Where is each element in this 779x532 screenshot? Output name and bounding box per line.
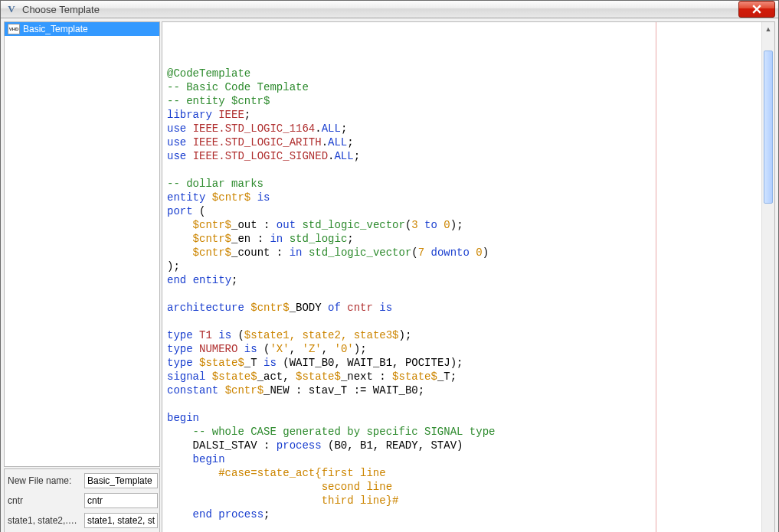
code-preview-panel: @CodeTemplate-- Basic Code Template-- en… [162, 21, 775, 532]
form-label: New File name: [5, 471, 81, 491]
code-line: -- whole CASE generated by specific SIGN… [167, 425, 757, 439]
app-icon: V [5, 3, 18, 15]
code-line: $cntr$_count : in std_logic_vector(7 dow… [167, 246, 757, 259]
form-input[interactable] [84, 513, 158, 528]
code-line: type T1 is ($state1, state2, state3$); [167, 328, 757, 342]
code-line: end process; [167, 508, 757, 521]
close-icon [752, 5, 761, 14]
content-area: VHDBasic_Template New File name:cntrstat… [1, 18, 778, 532]
form-input[interactable] [84, 493, 158, 508]
choose-template-window: V Choose Template VHDBasic_Template New … [0, 0, 779, 532]
template-list-item[interactable]: VHDBasic_Template [5, 22, 159, 36]
code-line [167, 315, 757, 328]
form-input[interactable] [84, 473, 158, 488]
window-title: Choose Template [22, 4, 100, 15]
code-line: third line}# [167, 494, 757, 508]
code-line [167, 163, 757, 177]
code-line: -- dollar marks [167, 177, 757, 191]
code-line: begin [167, 452, 757, 466]
code-line: use IEEE.STD_LOGIC_ARITH.ALL; [167, 135, 757, 149]
code-line: -- Basic Code Template [167, 80, 757, 94]
template-list[interactable]: VHDBasic_Template [4, 21, 160, 467]
code-line: DALSI_STAV : process (B0, B1, READY, STA… [167, 439, 757, 452]
titlebar[interactable]: V Choose Template [1, 1, 778, 18]
scroll-thumb[interactable] [764, 51, 773, 204]
form-label: cntr [5, 491, 81, 511]
code-line: type NUMERO is ('X', 'Z', '0'); [167, 342, 757, 356]
close-button[interactable] [738, 1, 775, 18]
vhd-file-icon: VHD [8, 24, 20, 34]
code-line: use IEEE.STD_LOGIC_SIGNED.ALL; [167, 149, 757, 163]
code-line: @CodeTemplate [167, 67, 757, 80]
form-label: state1, state2,..., stateN [5, 511, 81, 530]
code-line: $cntr$_en : in std_logic; [167, 232, 757, 246]
code-line [167, 397, 757, 411]
code-area[interactable]: @CodeTemplate-- Basic Code Template-- en… [162, 22, 761, 532]
code-line: #case=state_act{first line [167, 466, 757, 480]
template-label: Basic_Template [23, 24, 88, 34]
code-line: begin [167, 411, 757, 425]
scroll-up-arrow[interactable]: ▲ [762, 22, 774, 35]
code-line: end entity; [167, 273, 757, 287]
code-line [167, 287, 757, 301]
parameter-form: New File name:cntrstate1, state2,..., st… [4, 468, 160, 532]
code-line: constant $cntr$_NEW : stav_T := WAIT_B0; [167, 383, 757, 397]
code-line: use IEEE.STD_LOGIC_1164.ALL; [167, 122, 757, 135]
code-line: entity $cntr$ is [167, 191, 757, 204]
scroll-track[interactable] [762, 35, 774, 532]
code-line: library IEEE; [167, 108, 757, 122]
code-line: type $state$_T is (WAIT_B0, WAIT_B1, POC… [167, 356, 757, 370]
code-line: architecture $cntr$_BODY of cntr is [167, 301, 757, 315]
code-line: signal $state$_act, $state$_next : $stat… [167, 370, 757, 383]
vertical-scrollbar[interactable]: ▲ ▼ [761, 22, 774, 532]
code-line: port ( [167, 204, 757, 218]
code-line: -- entity $cntr$ [167, 94, 757, 108]
code-line: second line [167, 480, 757, 494]
code-line: $cntr$_out : out std_logic_vector(3 to 0… [167, 218, 757, 232]
code-line: ); [167, 259, 757, 273]
